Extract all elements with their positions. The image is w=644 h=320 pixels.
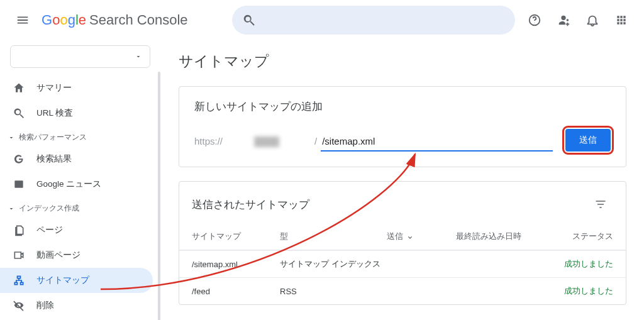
table-row[interactable]: /sitemap.xml サイトマップ インデックス 成功しました bbox=[179, 250, 626, 277]
domain-hidden: ████ bbox=[223, 136, 311, 152]
table-row[interactable]: /feed RSS 成功しました bbox=[179, 277, 626, 304]
sidebar-item-search-results[interactable]: 検索結果 bbox=[0, 146, 153, 172]
sidebar-item-url-inspect[interactable]: URL 検査 bbox=[0, 101, 153, 126]
sidebar-item-google-news[interactable]: Google ニュース bbox=[0, 172, 153, 197]
google-logo: Google Search Console bbox=[42, 12, 188, 28]
filter-icon[interactable] bbox=[588, 192, 613, 217]
sidebar-item-pages[interactable]: ページ bbox=[0, 218, 153, 243]
status-success: 成功しました bbox=[538, 258, 613, 270]
sidebar-item-video-pages[interactable]: 動画ページ bbox=[0, 243, 153, 268]
sidebar-item-removals[interactable]: 削除 bbox=[0, 293, 153, 318]
bell-icon[interactable] bbox=[580, 8, 605, 33]
col-sitemap: サイトマップ bbox=[192, 231, 280, 242]
help-icon[interactable] bbox=[522, 8, 547, 33]
apps-icon[interactable] bbox=[609, 8, 634, 33]
submitted-sitemaps-card: 送信されたサイトマップ サイトマップ 型 送信 最終読み込み日時 ステータス /… bbox=[179, 181, 626, 305]
sidebar-label: 動画ページ bbox=[36, 250, 80, 261]
submitted-heading: 送信されたサイトマップ bbox=[192, 197, 309, 212]
submit-button[interactable]: 送信 bbox=[565, 129, 611, 152]
sidebar: サマリー URL 検査 検索パフォーマンス 検索結果 Google ニュース イ… bbox=[0, 40, 160, 320]
news-icon bbox=[13, 178, 25, 190]
menu-icon[interactable] bbox=[10, 8, 35, 33]
sitemaps-table: サイトマップ 型 送信 最終読み込み日時 ステータス /sitemap.xml … bbox=[179, 223, 626, 304]
url-prefix: https:// bbox=[194, 136, 223, 152]
sidebar-label: URL 検査 bbox=[36, 108, 73, 119]
search-icon bbox=[242, 13, 256, 27]
main-content: サイトマップ 新しいサイトマップの追加 https:// ████ / 送信 送… bbox=[160, 40, 644, 320]
app-header: Google Search Console bbox=[0, 0, 644, 40]
hide-icon bbox=[13, 299, 25, 312]
sidebar-item-summary[interactable]: サマリー bbox=[0, 75, 153, 101]
status-success: 成功しました bbox=[538, 285, 613, 297]
svg-rect-0 bbox=[14, 180, 23, 188]
sidebar-label: Google ニュース bbox=[36, 179, 101, 190]
chevron-down-icon bbox=[8, 205, 15, 212]
col-status: ステータス bbox=[538, 231, 613, 242]
video-icon bbox=[13, 249, 25, 262]
slash: / bbox=[314, 136, 317, 152]
add-sitemap-card: 新しいサイトマップの追加 https:// ████ / 送信 bbox=[179, 86, 626, 167]
sidebar-label: サイトマップ bbox=[36, 275, 89, 286]
google-g-icon bbox=[13, 153, 25, 165]
page-title: サイトマップ bbox=[179, 52, 626, 71]
sidebar-section-performance[interactable]: 検索パフォーマンス bbox=[0, 126, 160, 146]
col-type: 型 bbox=[280, 231, 387, 242]
property-selector[interactable] bbox=[10, 45, 150, 68]
col-sent[interactable]: 送信 bbox=[387, 231, 456, 242]
sidebar-label: サマリー bbox=[36, 82, 72, 94]
add-sitemap-heading: 新しいサイトマップの追加 bbox=[194, 99, 611, 114]
sidebar-label: 検索結果 bbox=[36, 153, 72, 165]
col-date: 最終読み込み日時 bbox=[456, 231, 538, 242]
users-icon[interactable] bbox=[551, 8, 576, 33]
sidebar-label: ページ bbox=[36, 224, 63, 236]
arrow-down-icon bbox=[406, 232, 414, 241]
search-icon bbox=[13, 107, 25, 119]
sidebar-item-sitemaps[interactable]: サイトマップ bbox=[0, 268, 153, 293]
home-icon bbox=[13, 82, 25, 94]
sitemap-icon bbox=[13, 274, 25, 287]
pages-icon bbox=[13, 224, 25, 236]
chevron-down-icon bbox=[8, 134, 15, 141]
search-input[interactable] bbox=[232, 6, 515, 35]
sidebar-label: 削除 bbox=[36, 300, 54, 311]
sitemap-url-input[interactable] bbox=[321, 133, 553, 152]
chevron-down-icon bbox=[135, 53, 142, 60]
sidebar-section-index[interactable]: インデックス作成 bbox=[0, 197, 160, 218]
table-header-row: サイトマップ 型 送信 最終読み込み日時 ステータス bbox=[179, 223, 626, 250]
